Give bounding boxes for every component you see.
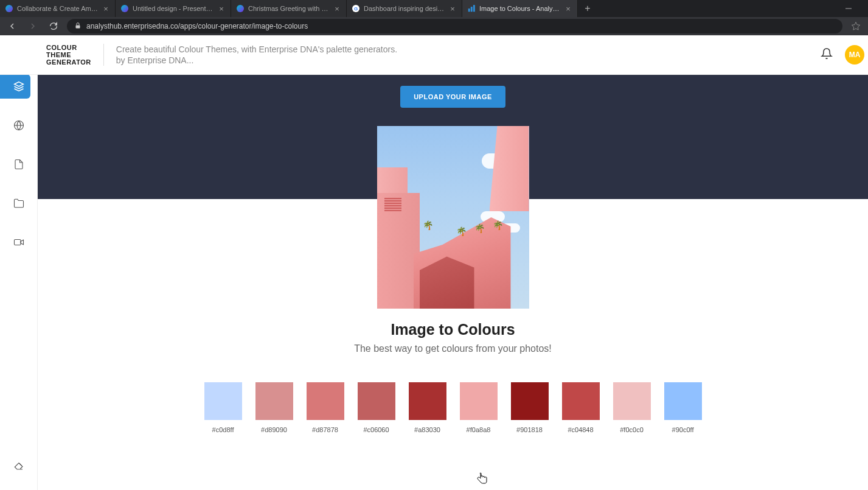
color-swatch[interactable]: #c06060 <box>358 382 395 433</box>
swatch-box <box>358 382 395 420</box>
page-subtitle: The best way to get colours from your ph… <box>38 343 868 354</box>
sidebar-item-globe[interactable] <box>0 113 30 138</box>
tab-title: Christmas Greeting with Man hol <box>248 5 329 12</box>
swatch-label: #f0c0c0 <box>620 426 644 433</box>
tab-title: Image to Colours - Analyst Hub b <box>479 5 560 12</box>
swatch-label: #90c0ff <box>672 426 694 433</box>
close-icon[interactable]: × <box>564 4 572 13</box>
new-tab-button[interactable]: + <box>580 1 595 16</box>
sidebar-item-file[interactable] <box>0 152 30 177</box>
swatch-box <box>562 382 600 420</box>
swatch-box <box>613 382 651 420</box>
swatch-box <box>460 382 498 420</box>
swatch-label: #901818 <box>516 426 543 433</box>
url-text: analysthub.enterprisedna.co/apps/colour-… <box>86 22 308 30</box>
image-preview[interactable]: 🌴 🌴 🌴 🌴 <box>377 126 529 309</box>
color-swatch[interactable]: #90c0ff <box>664 382 702 433</box>
swatch-label: #d87878 <box>312 426 338 433</box>
canva-favicon <box>5 4 13 13</box>
tab-title: Untitled design - Presentation (1 <box>133 5 214 12</box>
swatch-box <box>409 382 446 420</box>
color-swatch[interactable]: #c04848 <box>562 382 600 433</box>
svg-rect-1 <box>471 7 473 12</box>
url-input[interactable]: analysthub.enterprisedna.co/apps/colour-… <box>67 19 842 33</box>
header-tagline: Create beautiful Colour Themes, with Ent… <box>116 44 397 54</box>
swatch-box <box>255 382 293 420</box>
swatch-box <box>664 382 702 420</box>
header-byline: by Enterprise DNA... <box>116 55 397 65</box>
user-avatar[interactable]: MA <box>845 45 864 65</box>
upload-section: UPLOAD YOUR IMAGE 🌴 🌴 🌴 🌴 <box>38 75 868 199</box>
close-icon[interactable]: × <box>217 4 226 13</box>
color-swatch[interactable]: #d87878 <box>307 382 344 433</box>
generator-logo: COLOUR THEME GENERATOR <box>46 44 104 66</box>
browser-tab-bar: Collaborate & Create Amazing G × Untitle… <box>0 0 868 17</box>
swatch-label: #f0a8a8 <box>467 426 491 433</box>
canva-favicon <box>120 4 129 13</box>
upload-image-button[interactable]: UPLOAD YOUR IMAGE <box>400 86 505 108</box>
svg-rect-0 <box>468 9 470 12</box>
browser-tab[interactable]: Untitled design - Presentation (1 × <box>116 0 231 17</box>
logo-line: THEME <box>46 51 91 58</box>
notifications-button[interactable] <box>821 47 833 62</box>
swatch-label: #c04848 <box>568 426 593 433</box>
hub-favicon <box>467 4 476 13</box>
svg-marker-8 <box>14 82 23 87</box>
swatch-box <box>307 382 344 420</box>
cursor-pointer-icon <box>477 472 488 486</box>
forward-button[interactable] <box>26 19 40 33</box>
logo-line: COLOUR <box>46 44 91 51</box>
sidebar-item-video[interactable] <box>0 230 30 254</box>
sidebar-item-folder[interactable] <box>0 191 30 215</box>
svg-rect-2 <box>473 5 475 12</box>
sidebar <box>0 35 38 490</box>
minimize-button[interactable] <box>841 1 856 16</box>
app-header: COLOUR THEME GENERATOR Create beautiful … <box>0 35 868 75</box>
svg-marker-12 <box>21 240 24 245</box>
lock-icon <box>74 22 82 31</box>
swatch-label: #a83030 <box>414 426 440 433</box>
color-swatch[interactable]: #901818 <box>511 382 549 433</box>
swatch-label: #d89090 <box>261 426 287 433</box>
color-swatch[interactable]: #f0c0c0 <box>613 382 651 433</box>
close-icon[interactable]: × <box>448 4 457 13</box>
back-button[interactable] <box>5 19 19 33</box>
color-swatch[interactable]: #c0d8ff <box>204 382 242 433</box>
bookmark-button[interactable] <box>849 19 863 33</box>
address-bar: analysthub.enterprisedna.co/apps/colour-… <box>0 17 868 35</box>
color-swatch[interactable]: #a83030 <box>409 382 446 433</box>
tab-title: Collaborate & Create Amazing G <box>17 5 98 12</box>
logo-line: GENERATOR <box>46 58 91 66</box>
browser-tab[interactable]: Christmas Greeting with Man hol × <box>231 0 347 17</box>
tab-title: Dashboard inspiring designs - G <box>364 5 445 12</box>
sidebar-item-layers[interactable] <box>0 74 30 99</box>
svg-rect-11 <box>14 240 21 245</box>
close-icon[interactable]: × <box>333 4 341 13</box>
svg-line-13 <box>19 463 21 466</box>
swatch-box <box>511 382 549 420</box>
swatch-label: #c0d8ff <box>212 426 234 433</box>
browser-tab[interactable]: G Dashboard inspiring designs - G × <box>347 0 462 17</box>
color-swatch[interactable]: #f0a8a8 <box>460 382 498 433</box>
page-title: Image to Colours <box>38 321 868 338</box>
sidebar-item-eraser[interactable] <box>0 453 30 478</box>
close-icon[interactable]: × <box>102 4 110 13</box>
canva-favicon <box>236 4 245 13</box>
swatch-label: #c06060 <box>363 426 389 433</box>
google-favicon: G <box>352 4 360 13</box>
svg-rect-4 <box>76 25 80 28</box>
reload-button[interactable] <box>46 19 61 33</box>
color-palette: #c0d8ff#d89090#d87878#c06060#a83030#f0a8… <box>164 382 742 433</box>
color-swatch[interactable]: #d89090 <box>255 382 293 433</box>
browser-tab[interactable]: Collaborate & Create Amazing G × <box>0 0 116 17</box>
browser-tab-active[interactable]: Image to Colours - Analyst Hub b × <box>462 0 578 17</box>
swatch-box <box>204 382 242 420</box>
